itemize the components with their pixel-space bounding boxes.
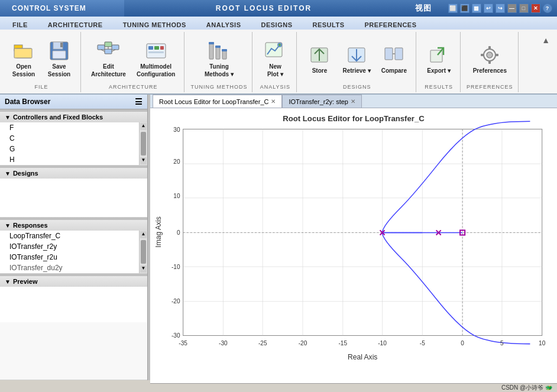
edit-architecture-button[interactable]: EditArchitecture [87,36,130,81]
root-locus-plot: Root Locus Editor for LoopTransfer_C [150,108,557,383]
save-session-button[interactable]: SaveSession [43,36,76,81]
new-plot-button[interactable]: NewPlot ▾ [258,36,292,81]
svg-text:-15: -15 [338,340,347,346]
multimodel-icon [144,39,168,63]
svg-rect-24 [222,49,227,51]
designs-group-label: DESIGNS [343,83,371,90]
close-button[interactable]: ✕ [531,4,540,13]
responses-scrollbar[interactable]: ▲ ▼ [139,231,147,273]
tuning-methods-button[interactable]: TuningMethods ▾ [200,36,238,81]
tab-designs[interactable]: DESIGNS [251,20,302,30]
list-item-f[interactable]: F [0,122,139,133]
tab-file[interactable]: FILE [2,20,38,30]
preview-header[interactable]: ▼ Preview [0,276,147,287]
save-label: SaveSession [48,63,70,78]
tab-analysis[interactable]: ANALYSIS [196,20,251,30]
retrieve-button[interactable]: Retrieve ▾ [338,40,374,77]
file-group-label: FILE [34,83,48,90]
toolbar-icon-4[interactable]: ↩ [484,4,493,13]
list-item-iotransfer-r2u[interactable]: IOTransfer_r2u [0,252,139,263]
export-icon [427,43,451,67]
multimodel-config-button[interactable]: MultimodelConfiguration [132,36,180,81]
open-session-button[interactable]: OpenSession [7,36,40,81]
tuning-group-label: TUNING METHODS [190,83,247,90]
svg-text:10: 10 [539,340,546,346]
tab-tuning-methods[interactable]: TUNING METHODS [113,20,196,30]
responses-scroll-down[interactable]: ▼ [140,265,147,273]
new-plot-label: NewPlot ▾ [267,63,283,78]
responses-title: Responses [13,222,48,229]
content-area: Root Locus Editor for LoopTransfer_C ✕ I… [150,95,557,380]
sidebar-menu-icon[interactable]: ☰ [135,97,143,106]
scroll-up[interactable]: ▲ [140,123,147,130]
scroll-down[interactable]: ▼ [140,157,147,164]
scroll-thumb-1[interactable] [141,132,146,155]
list-item-g[interactable]: G [0,144,139,154]
responses-header[interactable]: ▼ Responses [0,220,147,231]
multimodel-label: MultimodelConfiguration [137,63,176,78]
main-area: Data Browser ☰ ▼ Controllers and Fixed B… [0,95,557,380]
toolbar-icon-1[interactable]: ⬜ [448,4,458,13]
ribbon-group-tuning: TuningMethods ▾ TUNING METHODS [186,32,252,92]
svg-rect-19 [209,43,213,59]
controllers-header[interactable]: ▼ Controllers and Fixed Blocks [0,112,147,122]
sidebar-header: Data Browser ☰ [0,95,147,109]
open-label: OpenSession [12,63,35,78]
tab-architecture[interactable]: ARCHITECTURE [38,20,113,30]
toolbar-icon-3[interactable]: ▦ [472,4,481,13]
toolbar-icon-2[interactable]: ⬛ [460,4,469,13]
svg-rect-23 [215,46,221,48]
svg-rect-9 [112,45,119,50]
export-label: Export ▾ [427,67,450,74]
list-item-iotransfer-du2y[interactable]: IOTransfer_du2y [0,263,139,273]
responses-list: LoopTransfer_C IOTransfer_r2y IOTransfer… [0,231,139,273]
svg-text:-20: -20 [171,298,180,304]
store-label: Store [312,67,328,74]
plot-area: Root Locus Editor for LoopTransfer_C [150,108,557,383]
controllers-scrollbar[interactable]: ▲ ▼ [139,122,147,165]
ribbon-collapse-button[interactable]: ▲ [539,34,552,46]
responses-scroll-up[interactable]: ▲ [140,231,147,238]
ribbon-group-file: OpenSession SaveSession FILE [2,32,81,92]
tab-preferences[interactable]: PREFERENCES [355,20,427,30]
edit-arch-label: EditArchitecture [91,63,126,78]
svg-text:-25: -25 [258,340,267,346]
ribbon-group-results: Export ▾ RESULTS [417,32,461,92]
svg-rect-7 [98,45,105,50]
results-buttons: Export ▾ [422,34,455,83]
ribbon-group-designs: Store Retrieve ▾ [298,32,416,92]
svg-text:-10: -10 [171,264,180,270]
restore-button[interactable]: □ [519,4,529,13]
compare-button[interactable]: Compare [377,40,411,77]
list-item-iotransfer-r2y[interactable]: IOTransfer_r2y [0,241,139,252]
x-axis-title: Real Axis [348,353,378,361]
svg-rect-22 [209,42,214,44]
svg-rect-45 [183,129,542,335]
tab-io-transfer-close[interactable]: ✕ [351,98,355,105]
minimize-button[interactable]: — [507,4,517,13]
store-button[interactable]: Store [303,40,336,77]
prefs-group-label: PREFERENCES [467,83,513,90]
plot-title: Root Locus Editor for LoopTransfer_C [283,114,425,123]
arch-buttons: EditArchitecture MultimodelConfiguration [87,34,179,83]
svg-rect-43 [495,54,498,56]
list-item-c[interactable]: C [0,133,139,144]
tab-io-transfer[interactable]: IOTransfer_r2y: step ✕ [282,95,361,108]
tuning-buttons: TuningMethods ▾ [200,34,238,83]
tab-root-locus-close[interactable]: ✕ [271,98,276,105]
tab-root-locus[interactable]: Root Locus Editor for LoopTransfer_C ✕ [153,95,282,108]
toolbar-icon-5[interactable]: ↪ [496,4,505,13]
preferences-button[interactable]: Preferences [469,40,511,77]
tab-results[interactable]: RESULTS [302,20,354,30]
ribbon-group-preferences: Preferences PREFERENCES [462,32,519,92]
svg-rect-16 [154,46,159,50]
preferences-icon [478,43,501,67]
scroll-thumb-2[interactable] [141,240,146,264]
help-button[interactable]: ? [543,4,552,13]
svg-text:0: 0 [177,229,180,236]
tuning-icon [207,39,231,63]
list-item-h[interactable]: H [0,154,139,165]
export-button[interactable]: Export ▾ [422,40,455,77]
list-item-looptransfer[interactable]: LoopTransfer_C [0,231,139,241]
designs-section-header[interactable]: ▼ Designs [0,168,147,179]
